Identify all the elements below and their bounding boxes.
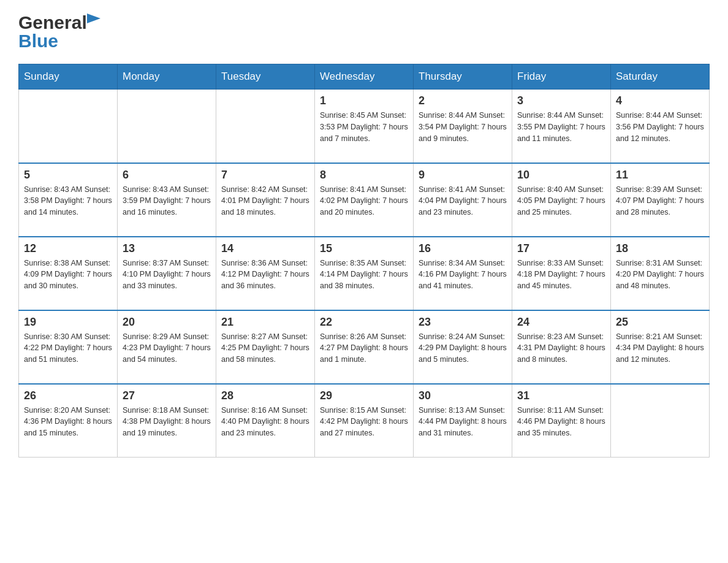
day-info: Sunrise: 8:29 AM Sunset: 4:23 PM Dayligh… bbox=[123, 331, 211, 366]
day-info: Sunrise: 8:44 AM Sunset: 3:56 PM Dayligh… bbox=[616, 110, 704, 144]
calendar-week-2: 5Sunrise: 8:43 AM Sunset: 3:58 PM Daylig… bbox=[19, 163, 710, 237]
day-number: 13 bbox=[123, 242, 211, 255]
day-number: 10 bbox=[517, 169, 605, 182]
day-header-sunday: Sunday bbox=[19, 64, 118, 90]
day-info: Sunrise: 8:43 AM Sunset: 3:59 PM Dayligh… bbox=[123, 184, 211, 218]
day-number: 14 bbox=[221, 242, 309, 255]
day-info: Sunrise: 8:37 AM Sunset: 4:10 PM Dayligh… bbox=[123, 258, 211, 292]
calendar-cell bbox=[611, 384, 710, 458]
day-info: Sunrise: 8:26 AM Sunset: 4:27 PM Dayligh… bbox=[320, 331, 408, 366]
day-number: 18 bbox=[616, 242, 704, 255]
day-number: 9 bbox=[419, 169, 507, 182]
calendar-week-5: 26Sunrise: 8:20 AM Sunset: 4:36 PM Dayli… bbox=[19, 384, 710, 458]
calendar-cell bbox=[19, 90, 118, 163]
calendar-cell bbox=[216, 90, 315, 163]
calendar-cell: 15Sunrise: 8:35 AM Sunset: 4:14 PM Dayli… bbox=[315, 237, 414, 310]
calendar-cell: 10Sunrise: 8:40 AM Sunset: 4:05 PM Dayli… bbox=[512, 163, 611, 237]
calendar-table: SundayMondayTuesdayWednesdayThursdayFrid… bbox=[18, 64, 710, 458]
day-number: 26 bbox=[24, 389, 112, 402]
calendar-cell: 17Sunrise: 8:33 AM Sunset: 4:18 PM Dayli… bbox=[512, 237, 611, 310]
day-info: Sunrise: 8:13 AM Sunset: 4:44 PM Dayligh… bbox=[419, 405, 507, 439]
day-info: Sunrise: 8:43 AM Sunset: 3:58 PM Dayligh… bbox=[24, 184, 112, 218]
day-header-monday: Monday bbox=[118, 64, 216, 90]
day-info: Sunrise: 8:18 AM Sunset: 4:38 PM Dayligh… bbox=[123, 405, 211, 439]
day-number: 8 bbox=[320, 169, 408, 182]
calendar-cell: 29Sunrise: 8:15 AM Sunset: 4:42 PM Dayli… bbox=[315, 384, 414, 458]
calendar-cell: 28Sunrise: 8:16 AM Sunset: 4:40 PM Dayli… bbox=[216, 384, 315, 458]
calendar-cell: 12Sunrise: 8:38 AM Sunset: 4:09 PM Dayli… bbox=[19, 237, 118, 310]
day-number: 19 bbox=[24, 316, 112, 329]
day-number: 3 bbox=[517, 94, 605, 107]
calendar-cell: 5Sunrise: 8:43 AM Sunset: 3:58 PM Daylig… bbox=[19, 163, 118, 237]
day-info: Sunrise: 8:35 AM Sunset: 4:14 PM Dayligh… bbox=[320, 258, 408, 292]
day-number: 24 bbox=[517, 316, 605, 329]
day-info: Sunrise: 8:36 AM Sunset: 4:12 PM Dayligh… bbox=[221, 258, 309, 292]
day-info: Sunrise: 8:11 AM Sunset: 4:46 PM Dayligh… bbox=[517, 405, 605, 439]
day-header-friday: Friday bbox=[512, 64, 611, 90]
calendar-cell: 13Sunrise: 8:37 AM Sunset: 4:10 PM Dayli… bbox=[118, 237, 216, 310]
day-info: Sunrise: 8:21 AM Sunset: 4:34 PM Dayligh… bbox=[616, 331, 704, 366]
day-header-tuesday: Tuesday bbox=[216, 64, 315, 90]
day-info: Sunrise: 8:27 AM Sunset: 4:25 PM Dayligh… bbox=[221, 331, 309, 366]
day-header-thursday: Thursday bbox=[414, 64, 512, 90]
calendar-cell: 30Sunrise: 8:13 AM Sunset: 4:44 PM Dayli… bbox=[414, 384, 512, 458]
day-info: Sunrise: 8:44 AM Sunset: 3:55 PM Dayligh… bbox=[517, 110, 605, 144]
calendar-cell: 31Sunrise: 8:11 AM Sunset: 4:46 PM Dayli… bbox=[512, 384, 611, 458]
day-info: Sunrise: 8:39 AM Sunset: 4:07 PM Dayligh… bbox=[616, 184, 704, 218]
calendar-cell: 18Sunrise: 8:31 AM Sunset: 4:20 PM Dayli… bbox=[611, 237, 710, 310]
day-info: Sunrise: 8:23 AM Sunset: 4:31 PM Dayligh… bbox=[517, 331, 605, 366]
day-info: Sunrise: 8:24 AM Sunset: 4:29 PM Dayligh… bbox=[419, 331, 507, 366]
day-header-wednesday: Wednesday bbox=[315, 64, 414, 90]
calendar-cell: 20Sunrise: 8:29 AM Sunset: 4:23 PM Dayli… bbox=[118, 310, 216, 384]
calendar-cell: 22Sunrise: 8:26 AM Sunset: 4:27 PM Dayli… bbox=[315, 310, 414, 384]
calendar-cell: 3Sunrise: 8:44 AM Sunset: 3:55 PM Daylig… bbox=[512, 90, 611, 163]
day-number: 27 bbox=[123, 389, 211, 402]
day-number: 22 bbox=[320, 316, 408, 329]
day-number: 5 bbox=[24, 169, 112, 182]
day-info: Sunrise: 8:41 AM Sunset: 4:04 PM Dayligh… bbox=[419, 184, 507, 218]
calendar-week-4: 19Sunrise: 8:30 AM Sunset: 4:22 PM Dayli… bbox=[19, 310, 710, 384]
calendar-cell: 2Sunrise: 8:44 AM Sunset: 3:54 PM Daylig… bbox=[414, 90, 512, 163]
day-info: Sunrise: 8:30 AM Sunset: 4:22 PM Dayligh… bbox=[24, 331, 112, 366]
calendar-header-row: SundayMondayTuesdayWednesdayThursdayFrid… bbox=[19, 64, 710, 90]
day-info: Sunrise: 8:42 AM Sunset: 4:01 PM Dayligh… bbox=[221, 184, 309, 218]
calendar-week-3: 12Sunrise: 8:38 AM Sunset: 4:09 PM Dayli… bbox=[19, 237, 710, 310]
calendar-cell: 1Sunrise: 8:45 AM Sunset: 3:53 PM Daylig… bbox=[315, 90, 414, 163]
day-number: 16 bbox=[419, 242, 507, 255]
day-number: 4 bbox=[616, 94, 704, 107]
calendar-cell: 27Sunrise: 8:18 AM Sunset: 4:38 PM Dayli… bbox=[118, 384, 216, 458]
day-number: 2 bbox=[419, 94, 507, 107]
day-number: 28 bbox=[221, 389, 309, 402]
calendar-cell: 9Sunrise: 8:41 AM Sunset: 4:04 PM Daylig… bbox=[414, 163, 512, 237]
day-info: Sunrise: 8:45 AM Sunset: 3:53 PM Dayligh… bbox=[320, 110, 408, 144]
day-info: Sunrise: 8:38 AM Sunset: 4:09 PM Dayligh… bbox=[24, 258, 112, 292]
calendar-cell: 19Sunrise: 8:30 AM Sunset: 4:22 PM Dayli… bbox=[19, 310, 118, 384]
day-number: 29 bbox=[320, 389, 408, 402]
day-number: 25 bbox=[616, 316, 704, 329]
day-info: Sunrise: 8:33 AM Sunset: 4:18 PM Dayligh… bbox=[517, 258, 605, 292]
calendar-cell: 24Sunrise: 8:23 AM Sunset: 4:31 PM Dayli… bbox=[512, 310, 611, 384]
calendar-cell: 16Sunrise: 8:34 AM Sunset: 4:16 PM Dayli… bbox=[414, 237, 512, 310]
day-number: 1 bbox=[320, 94, 408, 107]
day-number: 30 bbox=[419, 389, 507, 402]
calendar-cell: 26Sunrise: 8:20 AM Sunset: 4:36 PM Dayli… bbox=[19, 384, 118, 458]
calendar-cell bbox=[118, 90, 216, 163]
calendar-cell: 4Sunrise: 8:44 AM Sunset: 3:56 PM Daylig… bbox=[611, 90, 710, 163]
day-number: 21 bbox=[221, 316, 309, 329]
day-info: Sunrise: 8:40 AM Sunset: 4:05 PM Dayligh… bbox=[517, 184, 605, 218]
day-header-saturday: Saturday bbox=[611, 64, 710, 90]
calendar-week-1: 1Sunrise: 8:45 AM Sunset: 3:53 PM Daylig… bbox=[19, 90, 710, 163]
day-number: 12 bbox=[24, 242, 112, 255]
calendar-cell: 7Sunrise: 8:42 AM Sunset: 4:01 PM Daylig… bbox=[216, 163, 315, 237]
day-info: Sunrise: 8:15 AM Sunset: 4:42 PM Dayligh… bbox=[320, 405, 408, 439]
svg-marker-0 bbox=[87, 13, 100, 23]
day-info: Sunrise: 8:34 AM Sunset: 4:16 PM Dayligh… bbox=[419, 258, 507, 292]
day-info: Sunrise: 8:44 AM Sunset: 3:54 PM Dayligh… bbox=[419, 110, 507, 144]
calendar-cell: 6Sunrise: 8:43 AM Sunset: 3:59 PM Daylig… bbox=[118, 163, 216, 237]
calendar-cell: 21Sunrise: 8:27 AM Sunset: 4:25 PM Dayli… bbox=[216, 310, 315, 384]
day-info: Sunrise: 8:20 AM Sunset: 4:36 PM Dayligh… bbox=[24, 405, 112, 439]
day-info: Sunrise: 8:31 AM Sunset: 4:20 PM Dayligh… bbox=[616, 258, 704, 292]
day-number: 23 bbox=[419, 316, 507, 329]
calendar-cell: 23Sunrise: 8:24 AM Sunset: 4:29 PM Dayli… bbox=[414, 310, 512, 384]
day-number: 31 bbox=[517, 389, 605, 402]
